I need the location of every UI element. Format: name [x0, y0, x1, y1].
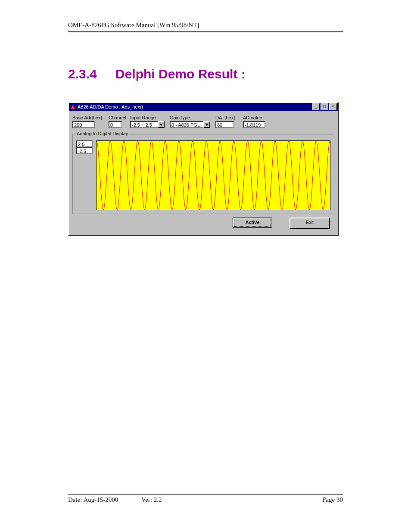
gain-type-combo[interactable]: 0 - A826 PGL — [170, 121, 213, 128]
svg-marker-2 — [205, 124, 209, 126]
exit-button[interactable]: Exit — [290, 218, 330, 229]
gain-type-value: 0 - A826 PGL — [170, 121, 203, 128]
maximize-button[interactable]: □ — [321, 103, 328, 110]
footer-date: Date: Aug-15-2000 — [68, 496, 141, 504]
demo-window: A826 AD/DA Demo , Ads_hex() _ □ × Base A… — [68, 102, 339, 236]
chevron-down-icon[interactable] — [158, 121, 165, 128]
input-range-combo[interactable]: -2.5 ~ 2.5 — [130, 121, 167, 128]
ad-display-group: Analog to Digital Display 2.5 -2.5 — [72, 134, 334, 214]
axis-min: -2.5 — [76, 147, 93, 154]
page-footer: Date: Aug-15-2000 Ver: 2.2 Page 30 — [68, 494, 343, 504]
window-title: A826 AD/DA Demo , Ads_hex() — [78, 104, 311, 109]
section-number: 2.3.4 — [68, 67, 115, 81]
active-button[interactable]: Active — [233, 218, 272, 228]
base-adr-input[interactable]: 200 — [72, 121, 95, 128]
gain-type-label: GainType — [170, 115, 213, 120]
waveform-plot — [96, 140, 330, 210]
footer-page: Page 30 — [322, 496, 343, 504]
title-bar[interactable]: A826 AD/DA Demo , Ads_hex() _ □ × — [69, 103, 338, 111]
close-button[interactable]: × — [329, 103, 337, 110]
ad-value-label: AD value — [243, 115, 269, 120]
group-legend: Analog to Digital Display — [75, 131, 129, 136]
footer-version: Ver: 2.2 — [141, 496, 322, 504]
ad-value-output: -1.8119 — [243, 121, 265, 128]
svg-marker-1 — [159, 124, 163, 126]
section-title-text: Delphi Demo Result : — [115, 67, 246, 81]
da-hex-label: DA_[hex] — [215, 115, 240, 120]
app-icon — [70, 104, 76, 110]
axis-max: 2.5 — [76, 140, 93, 147]
channel-input[interactable]: 0 — [109, 121, 122, 128]
page-header: OME-A-826PG Software Manual [Win 95/98/N… — [68, 22, 343, 32]
svg-marker-0 — [71, 105, 75, 109]
base-adr-label: Base Adr[hex]: — [72, 115, 106, 120]
da-hex-input[interactable]: 80 — [215, 121, 234, 128]
input-range-label: Input Range — [130, 115, 167, 120]
section-heading: 2.3.4Delphi Demo Result : — [68, 67, 343, 81]
chevron-down-icon[interactable] — [203, 121, 210, 128]
input-range-value: -2.5 ~ 2.5 — [130, 121, 158, 128]
minimize-button[interactable]: _ — [312, 103, 320, 110]
channel-label: Channel — [109, 115, 128, 120]
